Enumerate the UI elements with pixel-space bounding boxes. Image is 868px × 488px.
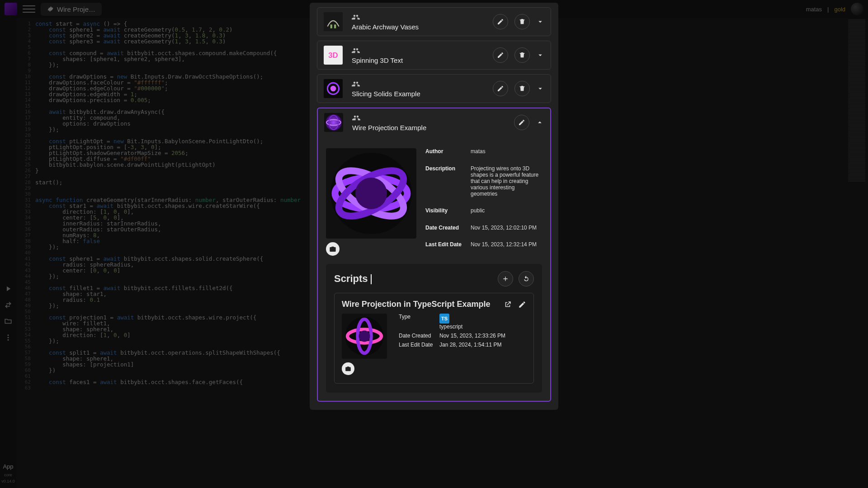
script-meta-table: Type TS typescript Date Created Nov 15, … <box>399 314 526 348</box>
script-card: Wire Projection in TypeScript Example <box>334 293 534 384</box>
refresh-scripts-button[interactable] <box>519 271 534 286</box>
svg-point-11 <box>326 114 342 131</box>
meta-desc-value: Projecting wires onto 3D shapes is a pow… <box>471 165 542 205</box>
meta-author-value: matas <box>471 148 542 163</box>
project-title: Spinning 3D Text <box>352 56 486 64</box>
script-type-label: Type <box>399 314 435 330</box>
meta-created-value: Nov 15, 2023, 12:02:10 PM <box>471 225 542 239</box>
meta-vis-value: public <box>471 207 542 222</box>
delete-project-button[interactable] <box>514 81 530 96</box>
meta-edited-value: Nov 15, 2023, 12:32:14 PM <box>471 241 542 256</box>
svg-rect-5 <box>334 24 336 28</box>
project-thumb <box>324 113 343 132</box>
edit-project-button[interactable] <box>514 115 529 130</box>
svg-rect-3 <box>324 12 343 31</box>
delete-project-button[interactable] <box>514 47 530 63</box>
project-thumb <box>324 79 343 98</box>
project-thumb <box>324 12 343 31</box>
project-title: Arabic Archway Vases <box>352 23 486 31</box>
typescript-badge-icon: TS <box>439 314 449 324</box>
script-created-label: Date Created <box>399 333 435 339</box>
group-icon <box>352 13 360 21</box>
text-cursor-icon <box>371 274 372 284</box>
project-card-selected[interactable]: Wire Projection Example <box>317 108 551 136</box>
scripts-panel: Scripts Wire Projection in TypeScript Ex… <box>326 264 542 393</box>
edit-project-button[interactable] <box>493 14 508 29</box>
script-created-value: Nov 15, 2023, 12:33:26 PM <box>439 333 526 339</box>
svg-text:3D: 3D <box>328 51 338 60</box>
chevron-down-icon[interactable] <box>536 51 544 59</box>
svg-point-18 <box>355 178 387 209</box>
projects-modal: Arabic Archway Vases 3D Spinning 3D Text… <box>310 3 558 410</box>
script-camera-button[interactable] <box>342 362 354 375</box>
script-title: Wire Projection in TypeScript Example <box>342 300 491 309</box>
group-icon <box>352 47 360 55</box>
project-title: Slicing Solids Example <box>352 90 486 98</box>
delete-project-button[interactable] <box>514 14 530 29</box>
chevron-down-icon[interactable] <box>536 84 544 93</box>
meta-author-label: Author <box>425 148 466 163</box>
edit-project-button[interactable] <box>493 81 508 96</box>
project-thumb: 3D <box>324 46 343 65</box>
script-thumb <box>342 314 387 359</box>
chevron-up-icon[interactable] <box>536 118 544 127</box>
open-script-button[interactable] <box>504 300 512 309</box>
meta-desc-label: Description <box>425 165 466 205</box>
project-expanded-panel: Author matas Description Projecting wire… <box>317 136 551 402</box>
edit-project-button[interactable] <box>493 47 508 63</box>
meta-created-label: Date Created <box>425 225 466 239</box>
project-title: Wire Projection Example <box>352 124 501 131</box>
add-script-button[interactable] <box>498 271 513 286</box>
script-type-value: typescript <box>439 324 462 330</box>
svg-rect-4 <box>330 24 332 28</box>
group-icon <box>352 80 360 88</box>
project-large-thumb <box>326 148 416 239</box>
svg-point-22 <box>359 331 370 342</box>
scripts-heading: Scripts <box>334 273 368 284</box>
edit-script-button[interactable] <box>518 300 526 309</box>
script-edited-label: Last Edit Date <box>399 342 435 348</box>
project-card[interactable]: Arabic Archway Vases <box>317 7 551 36</box>
project-card[interactable]: 3D Spinning 3D Text <box>317 41 551 70</box>
camera-button[interactable] <box>326 242 340 256</box>
project-meta-table: Author matas Description Projecting wire… <box>425 148 542 256</box>
project-card[interactable]: Slicing Solids Example <box>317 74 551 103</box>
svg-point-10 <box>330 86 336 92</box>
meta-vis-label: Visibility <box>425 207 466 222</box>
script-edited-value: Jan 28, 2024, 1:54:11 PM <box>439 342 526 348</box>
meta-edited-label: Last Edit Date <box>425 241 466 256</box>
group-icon <box>352 114 360 122</box>
chevron-down-icon[interactable] <box>536 18 544 26</box>
projects-modal-overlay: Arabic Archway Vases 3D Spinning 3D Text… <box>0 0 868 488</box>
